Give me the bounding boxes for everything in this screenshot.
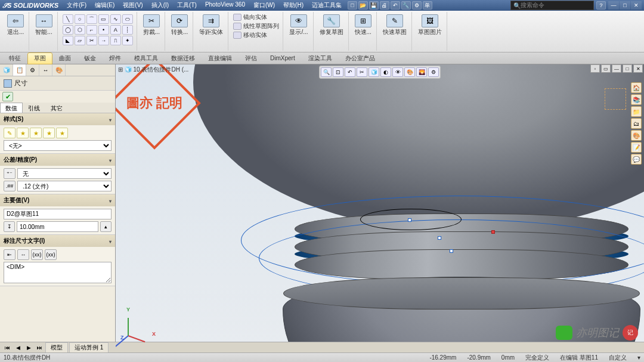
exit-sketch-button[interactable]: ⇦ 退出... (5, 13, 26, 36)
menu-insert[interactable]: 插入(I) (148, 1, 172, 10)
polygon-tool-icon[interactable]: ⬡ (75, 25, 85, 35)
appearance-icon[interactable]: 🎨 (404, 67, 415, 77)
zoom-fit-icon[interactable]: 🔍 (321, 67, 332, 77)
plane-tool-icon[interactable]: ▱ (75, 36, 85, 45)
doc-restore-icon[interactable]: ▫ (590, 64, 600, 73)
pm-tab-config-icon[interactable]: ⚙ (26, 64, 39, 76)
quick-sketch-button[interactable]: ✎ 快速草图 (380, 13, 409, 36)
convert-button[interactable]: ⟳ 转换... (169, 13, 190, 36)
hide-show-icon[interactable]: 👁 (392, 67, 403, 77)
tab-nav-prev-icon[interactable]: ◀ (13, 344, 23, 352)
command-search[interactable]: 🔍 搜索命令 (510, 1, 594, 10)
view-settings-icon[interactable]: ⚙ (428, 67, 439, 77)
tab-moldtools[interactable]: 模具工具 (128, 52, 165, 64)
repair-sketch-button[interactable]: 🔧 修复草图 (317, 13, 346, 36)
slot-tool-icon[interactable]: ⬭ (122, 14, 133, 24)
qat-open-icon[interactable]: 📂 (358, 1, 368, 10)
style-fav2-icon[interactable]: ★ (17, 128, 29, 138)
menu-maidi[interactable]: 迈迪工具集 (308, 1, 345, 10)
tol-type-select[interactable]: 无 (17, 168, 112, 179)
qat-save-icon[interactable]: 💾 (369, 1, 379, 10)
align-left-icon[interactable]: ⇤ (4, 249, 16, 260)
maximize-button[interactable]: □ (620, 1, 630, 10)
tp-view-palette-icon[interactable]: 🗂 (631, 118, 642, 129)
qat-options-icon[interactable]: ⚙ (412, 1, 422, 10)
status-custom[interactable]: 自定义 (609, 354, 627, 362)
tab-office[interactable]: 办公室产品 (339, 52, 382, 64)
doc-max-icon[interactable]: ▭ (601, 64, 611, 73)
qat-rebuild-icon[interactable]: 🔧 (401, 1, 411, 10)
align-center-icon[interactable]: ↔ (17, 249, 29, 260)
trim-tool-icon[interactable]: ✂ (86, 36, 97, 45)
view-triad[interactable]: Y X Z (123, 308, 156, 341)
tp-explorer-icon[interactable]: 📁 (631, 106, 642, 117)
confirm-ok-button[interactable]: ✔ (2, 92, 13, 101)
menu-file[interactable]: 文件(F) (63, 1, 90, 10)
dimension-name-input[interactable] (4, 209, 112, 219)
qat-print-icon[interactable]: 🖨 (380, 1, 389, 10)
pm-tab-display-icon[interactable]: 🎨 (52, 64, 66, 76)
doc-max2-icon[interactable]: □ (623, 64, 632, 73)
qat-new-icon[interactable]: □ (348, 1, 357, 10)
help-icon[interactable]: ? (596, 1, 606, 10)
tp-resources-icon[interactable]: 🏠 (631, 82, 642, 93)
style-fav1-icon[interactable]: ✎ (4, 128, 16, 138)
point-tool-icon[interactable]: • (98, 25, 109, 35)
misc-tool-icon[interactable]: ✦ (122, 36, 133, 45)
zoom-area-icon[interactable]: ⊡ (333, 67, 343, 77)
tab-render[interactable]: 渲染工具 (302, 52, 339, 64)
tab-directedit[interactable]: 直接编辑 (202, 52, 239, 64)
quick-snap-button[interactable]: ⊞ 快速... (352, 13, 374, 36)
tab-nav-next-icon[interactable]: ▶ (24, 344, 33, 352)
dimension-value-input[interactable] (17, 221, 98, 232)
tab-evaluate[interactable]: 评估 (239, 52, 264, 64)
section-view-icon[interactable]: ✂ (357, 67, 367, 77)
qat-undo-icon[interactable]: ↶ (391, 1, 400, 10)
trim-button[interactable]: ✂ 剪裁... (141, 13, 162, 36)
menu-help[interactable]: 帮助(H) (280, 1, 307, 10)
minimize-button[interactable]: — (608, 1, 619, 10)
section-tol-head[interactable]: 公差/精度(P) (0, 154, 115, 166)
graphics-viewport[interactable]: ⊞ 🧊 10.表情包摆件DH (... 🔍 ⊡ ↶ ✂ 🧊 ◐ 👁 🎨 🌄 ⚙ … (116, 64, 644, 352)
tol-type-icon[interactable]: ⁺⁻ (4, 168, 16, 179)
tab-nav-last-icon[interactable]: ⏭ (35, 344, 44, 352)
precision-select[interactable]: .12 (文件) (17, 181, 112, 191)
value-icon[interactable]: ↧ (4, 221, 15, 232)
subtab-other[interactable]: 其它 (45, 103, 68, 113)
smart-dimension-button[interactable]: ↔ 智能... (33, 13, 54, 36)
precision-icon[interactable]: .## (4, 181, 16, 191)
tab-nav-first-icon[interactable]: ⏮ (2, 344, 12, 352)
tp-appearances-icon[interactable]: 🎨 (631, 130, 642, 141)
pm-tab-feature-tree-icon[interactable]: 🧊 (0, 64, 13, 76)
text-tool-icon[interactable]: A (110, 25, 121, 35)
display-style-icon[interactable]: ◐ (380, 67, 391, 77)
tp-custom-props-icon[interactable]: 📝 (631, 142, 642, 153)
tab-datamigration[interactable]: 数据迁移 (165, 52, 202, 64)
chamfer-tool-icon[interactable]: ◣ (63, 36, 73, 45)
fillet-tool-icon[interactable]: ⌐ (86, 25, 97, 35)
doc-min-icon[interactable]: — (612, 64, 621, 73)
ellipse-tool-icon[interactable]: ◯ (63, 25, 73, 35)
menu-tools[interactable]: 工具(T) (174, 1, 200, 10)
section-style-head[interactable]: 样式(S) (0, 113, 115, 125)
show-hide-button[interactable]: 👁 显示/... (287, 13, 310, 36)
menu-window[interactable]: 窗口(W) (250, 1, 278, 10)
rect-tool-icon[interactable]: ▭ (98, 14, 109, 24)
tab-dimxpert[interactable]: DimXpert (264, 53, 302, 63)
tab-features[interactable]: 特征 (2, 52, 27, 64)
scene-icon[interactable]: 🌄 (416, 67, 427, 77)
circle-tool-icon[interactable]: ○ (75, 14, 85, 24)
line-tool-icon[interactable]: ╲ (63, 14, 73, 24)
status-units-icon[interactable]: ▾ (637, 354, 640, 361)
dimension-text-input[interactable]: <DIM> (4, 262, 112, 283)
menu-edit[interactable]: 编辑(E) (91, 1, 118, 10)
menu-view[interactable]: 视图(V) (119, 1, 146, 10)
subtab-value[interactable]: 数值 (0, 103, 23, 113)
spinner-up-icon[interactable]: ▴ (100, 221, 112, 232)
suffix-icon[interactable]: (xx) (45, 249, 57, 260)
style-fav5-icon[interactable]: ★ (56, 128, 68, 138)
prefix-icon[interactable]: (xx) (31, 249, 43, 260)
style-select[interactable]: <无> (4, 140, 112, 151)
style-fav4-icon[interactable]: ★ (43, 128, 55, 138)
tp-library-icon[interactable]: 📚 (631, 94, 642, 105)
